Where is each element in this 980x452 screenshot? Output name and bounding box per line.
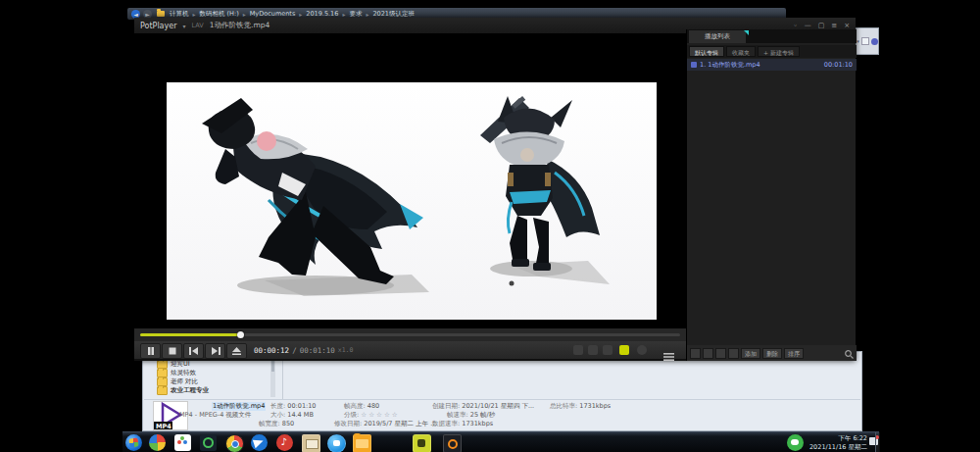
playlist-item[interactable]: 1. 1动作阶铁觉.mp4 00:01:10 xyxy=(687,59,857,71)
app-title: PotPlayer xyxy=(140,22,176,30)
chevron-down-icon[interactable]: ▾ xyxy=(857,38,859,44)
control-panel-toggle-button[interactable] xyxy=(619,345,629,355)
breadcrumb-separator: ▸ xyxy=(341,11,346,18)
playlist-panel: 播放列表 默认专辑 收藏夹 + 新建专辑 1. 1动作阶铁觉.mp4 00:01… xyxy=(686,29,856,361)
mp4-badge-svg: MP4 xyxy=(156,423,172,430)
details-frame-width: 帧宽度: 850 xyxy=(259,420,294,428)
subtitle-button[interactable] xyxy=(573,345,583,355)
taskbar: 下午 6:22 2021/11/16 星期二 xyxy=(122,431,879,452)
tab-default-album[interactable]: 默认专辑 xyxy=(689,46,724,57)
playlist-accent-notch xyxy=(744,30,749,35)
details-frame-rate: 帧速率: 25 帧/秒 xyxy=(447,411,495,420)
breadcrumb-separator: ▸ xyxy=(365,11,369,18)
tray-clock[interactable]: 下午 6:22 2021/11/16 星期二 xyxy=(807,434,867,451)
details-rating[interactable]: 分级: ☆ ☆ ☆ ☆ ☆ xyxy=(344,411,398,420)
speed-badge: x1.0 xyxy=(338,346,354,354)
show-desktop-button[interactable] xyxy=(875,432,880,452)
notes-app-icon[interactable] xyxy=(413,434,431,452)
refresh-button[interactable] xyxy=(728,348,739,359)
codec-badge: LAV xyxy=(191,22,203,29)
stop-button[interactable] xyxy=(162,343,182,359)
tree-item-label: 炫灵特效 xyxy=(171,369,196,377)
chrome-icon[interactable] xyxy=(225,434,244,452)
details-file-type: MP4 - MPEG-4 视频文件 xyxy=(179,411,251,420)
player-controls: 00:00:12 / 00:01:10 x1.0 xyxy=(134,341,686,359)
album-tabs: 默认专辑 收藏夹 + 新建专辑 xyxy=(687,45,857,58)
potplayer-window: PotPlayer ▾ LAV 1动作阶铁觉.mp4 ◦ — ▢ ≡ × xyxy=(134,18,856,361)
playlist-footer: 添加 删除 排序 xyxy=(687,345,857,361)
pause-button[interactable] xyxy=(140,343,161,359)
details-divider xyxy=(144,399,860,400)
current-time: 00:00:12 xyxy=(254,346,289,355)
playlist-item-duration: 00:01:10 xyxy=(824,61,853,69)
explorer-toolbar-sliver: ▾ xyxy=(856,27,879,55)
tab-favorites[interactable]: 收藏夹 xyxy=(726,46,756,57)
messenger-icon[interactable] xyxy=(327,434,346,452)
playlist-toggle-icon[interactable] xyxy=(663,346,674,365)
mute-button[interactable] xyxy=(637,345,647,355)
folder-app-icon[interactable] xyxy=(353,434,371,452)
details-total-bitrate: 总比特率: 1731kbps xyxy=(550,402,611,411)
open-file-button[interactable] xyxy=(226,343,247,359)
total-time: 00:01:10 xyxy=(300,346,335,355)
list-view-button[interactable] xyxy=(690,348,701,359)
explorer-window: 迎宾UI 炫灵特效 老师 对比 农业工程专业 MP4 xyxy=(142,351,862,431)
details-data-rate: 数据速率: 1731kbps xyxy=(432,420,493,428)
details-length: 长度: 00:01:10 xyxy=(270,402,316,411)
help-icon[interactable] xyxy=(871,38,878,45)
folder-icon xyxy=(157,11,165,17)
seek-progress xyxy=(140,333,240,336)
video-surface[interactable] xyxy=(134,33,686,328)
menu-caret-icon[interactable]: ▾ xyxy=(182,23,185,29)
shuffle-button[interactable] xyxy=(715,348,726,359)
capture-button[interactable] xyxy=(603,345,612,355)
playlist-tab[interactable]: 播放列表 xyxy=(689,30,746,43)
tree-item[interactable]: 农业工程专业 xyxy=(157,386,209,394)
seek-track[interactable] xyxy=(140,333,680,336)
view-icon[interactable] xyxy=(861,37,869,45)
details-modified: 修改日期: 2019/5/7 星期二 上午 ... xyxy=(334,420,436,428)
details-created: 创建日期: 2021/10/21 星期四 下... xyxy=(432,402,534,411)
details-file-name[interactable]: 1动作阶铁觉.mp4 xyxy=(212,402,266,411)
search-icon[interactable] xyxy=(845,344,854,363)
next-button[interactable] xyxy=(205,343,225,359)
netease-music-icon[interactable] xyxy=(276,434,293,451)
playing-file-title: 1动作阶铁觉.mp4 xyxy=(210,21,270,30)
clock-time: 下午 6:22 xyxy=(807,434,867,443)
wechat-tray-icon[interactable] xyxy=(787,434,804,451)
time-display: 00:00:12 / 00:01:10 x1.0 xyxy=(254,341,353,359)
playing-item-icon xyxy=(691,62,697,68)
app-grid-icon[interactable] xyxy=(174,434,191,451)
breadcrumb-separator: ▸ xyxy=(192,11,197,18)
video-characters xyxy=(167,82,657,320)
thunder-icon[interactable] xyxy=(251,434,268,451)
video-frame xyxy=(167,82,657,320)
tab-new-album[interactable]: + 新建专辑 xyxy=(758,46,800,57)
clock-date: 2021/11/16 星期二 xyxy=(807,443,867,452)
audio-button[interactable] xyxy=(588,345,598,355)
breadcrumb-item[interactable]: 2019.5.16 xyxy=(306,10,338,18)
repeat-button[interactable] xyxy=(703,348,713,359)
tree-item-label: 老师 对比 xyxy=(171,377,198,386)
seek-bar[interactable] xyxy=(134,328,686,341)
breadcrumb-separator: ▸ xyxy=(242,11,247,18)
photos-app-icon[interactable] xyxy=(302,434,320,452)
playlist-header-row: 播放列表 xyxy=(687,29,857,43)
sort-button[interactable]: 排序 xyxy=(784,348,804,359)
remove-button[interactable]: 删除 xyxy=(762,348,782,359)
breadcrumb-separator: ▸ xyxy=(298,11,303,18)
start-button[interactable] xyxy=(125,434,142,451)
previous-button[interactable] xyxy=(183,343,204,359)
antivirus-icon[interactable] xyxy=(200,434,217,451)
add-button[interactable]: 添加 xyxy=(741,348,760,359)
breadcrumb-item[interactable]: MyDocuments xyxy=(250,10,296,18)
details-frame-height: 帧高度: 480 xyxy=(344,402,379,411)
tree-item-label: 农业工程专业 xyxy=(171,386,209,395)
playlist-item-label: 1. 1动作阶铁觉.mp4 xyxy=(700,61,821,70)
desktop: ◄ ► 计算机 ▸ 数码相机 (H:) ▸ MyDocuments ▸ 2019… xyxy=(122,0,879,452)
seek-handle[interactable] xyxy=(237,331,244,338)
folder-icon xyxy=(157,386,168,395)
details-size: 大小: 14.4 MB xyxy=(270,411,314,420)
recorder-app-icon[interactable] xyxy=(443,434,462,452)
pinwheel-app-icon[interactable] xyxy=(149,434,166,451)
